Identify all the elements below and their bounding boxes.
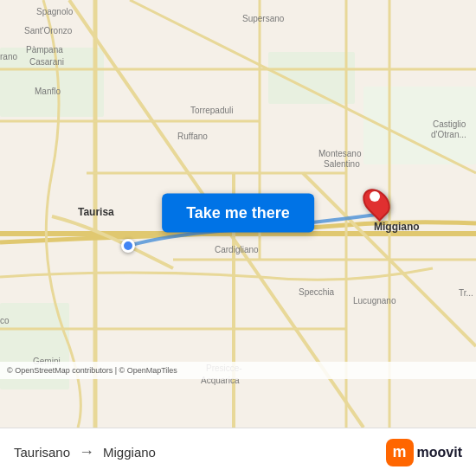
map-container: Spagnolo Sant'Oronzo rano Pàmpana Casara… <box>0 0 476 428</box>
route-from: Taurisano <box>14 445 70 460</box>
attribution-text: © OpenStreetMap contributors | © OpenMap… <box>7 366 177 375</box>
take-me-there-button[interactable]: Take me there <box>162 194 314 233</box>
route-arrow: → <box>79 443 94 461</box>
moovit-icon: m <box>386 439 414 466</box>
moovit-brand-text: moovit <box>417 445 462 460</box>
destination-marker <box>365 187 388 218</box>
svg-rect-1 <box>0 48 104 117</box>
bottom-bar: Taurisano → Miggiano m moovit <box>0 428 476 476</box>
moovit-logo: m moovit <box>386 439 462 466</box>
moovit-icon-letter: m <box>393 443 407 461</box>
attribution-bar: © OpenStreetMap contributors | © OpenMap… <box>0 362 476 379</box>
route-to: Miggiano <box>103 445 156 460</box>
origin-marker <box>121 239 135 253</box>
svg-rect-2 <box>268 52 355 104</box>
